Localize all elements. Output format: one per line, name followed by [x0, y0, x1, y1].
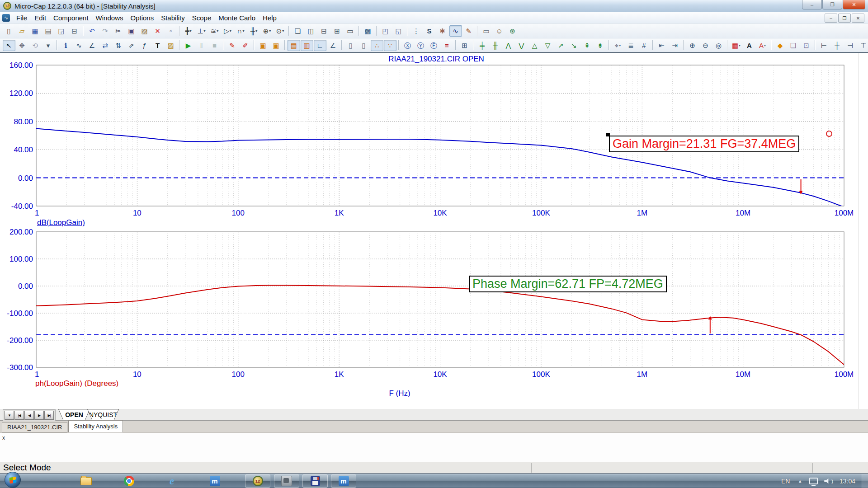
- formula-text-button[interactable]: ƒ: [138, 40, 151, 51]
- plot-page-tab-nyquist[interactable]: NYQUIST: [87, 409, 119, 420]
- paste-button[interactable]: ▨: [138, 25, 151, 37]
- zoom-restore-button[interactable]: ◎: [712, 40, 725, 51]
- wire-tool-dropdown[interactable]: ▾: [190, 29, 192, 33]
- voltage-source-part-button[interactable]: ⊕▾: [261, 25, 274, 37]
- horizontal-tag-button[interactable]: ⇗: [125, 40, 138, 51]
- scope-edit-button[interactable]: ✎: [462, 25, 475, 37]
- align-top-button[interactable]: ⊤: [857, 40, 868, 51]
- next-valley-button[interactable]: ⋁: [515, 40, 528, 51]
- inductor-part-button[interactable]: ∩▾: [235, 25, 247, 37]
- show-desktop-button[interactable]: [862, 474, 868, 488]
- split-window-button[interactable]: ⊞: [331, 25, 344, 37]
- resistor-part-button[interactable]: ≋▾: [208, 25, 221, 37]
- numeric-format-button[interactable]: #: [638, 40, 651, 51]
- cursor-span-button[interactable]: ⇟: [594, 40, 607, 51]
- calculator-button[interactable]: ▩: [362, 25, 374, 37]
- pause-button[interactable]: ‖: [195, 40, 208, 51]
- chrome-browser-taskbar-button[interactable]: [120, 474, 138, 488]
- language-indicator[interactable]: EN: [781, 478, 790, 485]
- windows-explorer-taskbar-button[interactable]: [77, 474, 95, 488]
- go-to-y-button[interactable]: ╫: [489, 40, 502, 51]
- vertical-tag-button[interactable]: ⇅: [112, 40, 125, 51]
- cut-button[interactable]: ✂: [112, 25, 125, 37]
- zoom-undo-button[interactable]: ⟲: [29, 40, 42, 51]
- full-window-button[interactable]: ▭: [344, 25, 357, 37]
- tile-vertical-button[interactable]: ◫: [305, 25, 317, 37]
- component-panel-button[interactable]: ▭: [480, 25, 493, 37]
- tag-value-button[interactable]: ⌖▾: [612, 40, 624, 51]
- menu-edit[interactable]: Edit: [31, 13, 50, 23]
- network-icon[interactable]: [809, 478, 818, 484]
- model-tools-button[interactable]: ✱: [436, 25, 449, 37]
- document-tab-riaa21-190321-cir[interactable]: RIAA21_190321.CIR: [2, 422, 67, 432]
- undo-button[interactable]: ↶: [86, 25, 99, 37]
- horizontal-grids-button[interactable]: ▤: [288, 40, 300, 51]
- next-peak-button[interactable]: ⋀: [502, 40, 515, 51]
- run-button[interactable]: ▶: [182, 40, 195, 51]
- mdi-restore-button[interactable]: ❐: [838, 14, 851, 23]
- token-markers-button[interactable]: ∵: [384, 40, 396, 51]
- next-plot-button[interactable]: ▶: [34, 411, 44, 420]
- copy-button[interactable]: ▣: [125, 25, 138, 37]
- cursor-mode-button[interactable]: ∠: [86, 40, 99, 51]
- zoom-out-button[interactable]: ⊖: [699, 40, 712, 51]
- scale-x-button[interactable]: Ⓧ: [401, 40, 414, 51]
- clock[interactable]: 13:04: [840, 478, 855, 485]
- color-menu-dropdown[interactable]: ▾: [739, 43, 741, 47]
- print-preview-button[interactable]: ◲: [55, 25, 68, 37]
- micro-cap-app-taskbar-button[interactable]: 12: [245, 474, 270, 488]
- print-button[interactable]: ⊟: [68, 25, 81, 37]
- menu-windows[interactable]: Windows: [92, 13, 127, 23]
- tag-value-dropdown[interactable]: ▾: [619, 43, 621, 47]
- inductor-part-dropdown[interactable]: ▾: [242, 29, 244, 33]
- panel-right-button[interactable]: ▯: [358, 40, 370, 51]
- tile-horizontal-button[interactable]: ⊟: [318, 25, 330, 37]
- menu-scope[interactable]: Scope: [189, 13, 215, 23]
- text-tool-button[interactable]: T: [151, 40, 164, 51]
- capacitor-part-button[interactable]: ╫▾: [248, 25, 260, 37]
- web-update-button[interactable]: ⊛: [506, 25, 519, 37]
- optimizer-button[interactable]: S: [423, 25, 436, 37]
- diode-part-dropdown[interactable]: ▾: [230, 29, 231, 33]
- auto-scale-y-button[interactable]: ⇥: [669, 40, 681, 51]
- last-plot-button[interactable]: ▶|: [44, 411, 54, 420]
- menu-monte-carlo[interactable]: Monte Carlo: [215, 13, 259, 23]
- translate-file-button[interactable]: ▤: [42, 25, 55, 37]
- vertical-grids-button[interactable]: ▥: [301, 40, 313, 51]
- prev-plot-button[interactable]: ◀: [24, 411, 34, 420]
- pan-mode-button[interactable]: ✥: [16, 40, 28, 51]
- menu-stability[interactable]: Stability: [157, 13, 189, 23]
- minimize-button[interactable]: –: [802, 0, 822, 9]
- redo-button[interactable]: ↷: [99, 25, 112, 37]
- phase-waveform-label[interactable]: ph(LoopGain) (Degrees): [35, 379, 118, 388]
- probe-pen-button[interactable]: ✐: [239, 40, 252, 51]
- current-source-part-dropdown[interactable]: ▾: [282, 29, 284, 33]
- shape-editor-button[interactable]: ◱: [392, 25, 405, 37]
- slope-down-button[interactable]: ↘: [568, 40, 580, 51]
- backup-tool-app-taskbar-button[interactable]: [302, 474, 328, 488]
- voltage-source-part-dropdown[interactable]: ▾: [269, 29, 271, 33]
- menu-help[interactable]: Help: [259, 13, 280, 23]
- maxthon-browser-taskbar-button[interactable]: m: [206, 474, 224, 488]
- phase-margin-label[interactable]: Phase Margin=62.71 FP=4.72MEG: [469, 276, 667, 292]
- restore-button[interactable]: ❐: [822, 0, 842, 9]
- scale-all-button[interactable]: ≡: [441, 40, 453, 51]
- cascade-windows-button[interactable]: ❏: [292, 25, 304, 37]
- gain-margin-label[interactable]: Gain Margin=21.31 FG=37.4MEG: [609, 136, 799, 152]
- color-menu-button[interactable]: ▦▾: [730, 40, 743, 51]
- maxthon-window-taskbar-button[interactable]: m: [331, 474, 356, 488]
- new-circuit-button[interactable]: ▯: [3, 25, 15, 37]
- document-tab-stability-analysis[interactable]: Stability Analysis: [68, 420, 123, 432]
- save-button[interactable]: ▦: [29, 25, 42, 37]
- internet-explorer-taskbar-button[interactable]: e: [163, 474, 181, 488]
- font-color-button[interactable]: A▾: [756, 40, 769, 51]
- swap-xy-button[interactable]: ⇄: [99, 40, 112, 51]
- close-button[interactable]: ✕: [843, 0, 865, 9]
- ground-part-dropdown[interactable]: ▾: [204, 29, 206, 33]
- plot-menu-button[interactable]: ▼: [5, 411, 14, 420]
- send-to-back-button[interactable]: ⊡: [800, 40, 813, 51]
- auto-scale-x-button[interactable]: ⇤: [656, 40, 668, 51]
- mdi-close-button[interactable]: ✕: [852, 14, 864, 23]
- ground-part-button[interactable]: ⊥▾: [195, 25, 208, 37]
- scale-fx-button[interactable]: Ⓕ: [428, 40, 440, 51]
